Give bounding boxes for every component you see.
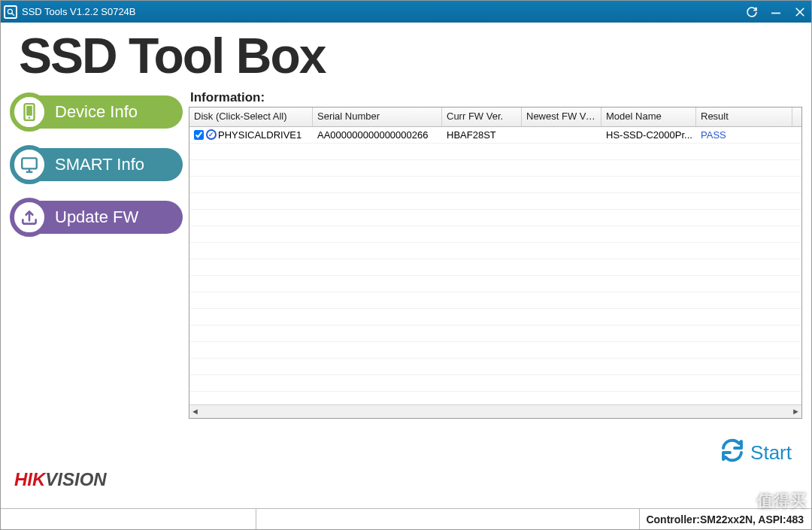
close-icon[interactable]	[793, 5, 807, 19]
table-row	[189, 309, 801, 326]
scroll-right-icon[interactable]: ►	[792, 407, 800, 416]
refresh-icon[interactable]	[745, 5, 759, 19]
nav-smart-info[interactable]: SMART Info	[10, 146, 183, 183]
start-label: Start	[750, 441, 792, 465]
table-row	[189, 359, 801, 375]
nav-device-info[interactable]: Device Info	[10, 93, 183, 131]
col-model[interactable]: Model Name	[601, 108, 696, 126]
table-row	[189, 226, 801, 243]
start-button[interactable]: Start	[719, 437, 792, 469]
main-area: Device Info SMART Info Update FW HIKVISI…	[1, 90, 811, 508]
status-bar: Controller:SM22xx2N, ASPI:483	[1, 508, 811, 529]
brand-logo: HIKVISION	[10, 469, 183, 502]
title-bar[interactable]: SSD Tools V1.2.2 S0724B	[1, 1, 811, 23]
col-serial[interactable]: Serial Number	[313, 108, 442, 126]
section-heading: Information:	[189, 90, 802, 107]
col-disk[interactable]: Disk (Click-Select All)	[189, 108, 313, 126]
minimize-icon[interactable]	[769, 5, 783, 19]
col-result[interactable]: Result	[696, 108, 792, 126]
table-row	[189, 144, 801, 160]
window-controls	[745, 5, 807, 19]
upload-icon	[10, 198, 49, 237]
table-row[interactable]: ✓PHYSICALDRIVE1AA000000000000000266HBAF2…	[189, 127, 801, 144]
app-window: SSD Tools V1.2.2 S0724B SSD Tool Box	[0, 0, 812, 530]
table-row	[189, 259, 801, 276]
status-seg-2	[256, 509, 640, 529]
app-banner: SSD Tool Box	[1, 23, 811, 90]
nav-label: Device Info	[35, 95, 183, 129]
brand-part2: VISION	[45, 469, 106, 489]
table-row	[189, 375, 801, 392]
table-row	[189, 160, 801, 177]
app-icon	[4, 5, 17, 19]
refresh-start-icon	[719, 437, 746, 469]
horizontal-scrollbar[interactable]: ◄ ►	[189, 404, 801, 418]
cell-curr-fw: HBAF28ST	[442, 129, 522, 141]
col-newest-fw[interactable]: Newest FW Ver.	[522, 108, 601, 126]
cell-model: HS-SSD-C2000Pr...	[601, 129, 696, 141]
table-row	[189, 177, 801, 193]
cell-disk: PHYSICALDRIVE1	[218, 129, 301, 141]
svg-line-1	[12, 13, 14, 15]
cell-serial: AA000000000000000266	[313, 129, 442, 141]
drive-table: Disk (Click-Select All) Serial Number Cu…	[189, 107, 802, 419]
table-header: Disk (Click-Select All) Serial Number Cu…	[189, 108, 801, 127]
sidebar: Device Info SMART Info Update FW HIKVISI…	[1, 90, 189, 508]
table-row	[189, 193, 801, 210]
row-checkbox[interactable]	[194, 130, 204, 140]
status-controller: Controller:SM22xx2N, ASPI:483	[640, 509, 811, 529]
table-row	[189, 243, 801, 259]
action-row: Start	[189, 419, 802, 472]
nav-update-fw[interactable]: Update FW	[10, 198, 183, 236]
nav-label: SMART Info	[35, 148, 183, 181]
brand-part1: HIK	[14, 469, 45, 489]
table-row	[189, 342, 801, 359]
svg-point-0	[8, 9, 12, 14]
content-panel: Information: Disk (Click-Select All) Ser…	[189, 90, 805, 508]
svg-point-7	[29, 117, 31, 119]
window-body: SSD Tool Box Device Info SMART Info	[1, 23, 811, 529]
scroll-left-icon[interactable]: ◄	[191, 407, 199, 416]
monitor-icon	[10, 145, 49, 184]
table-row	[189, 276, 801, 292]
device-icon	[10, 92, 49, 132]
verified-icon: ✓	[206, 129, 217, 140]
svg-rect-8	[22, 158, 37, 168]
table-row	[189, 392, 801, 404]
table-row	[189, 292, 801, 309]
table-body: ✓PHYSICALDRIVE1AA000000000000000266HBAF2…	[189, 127, 801, 404]
cell-result: PASS	[696, 129, 792, 141]
table-row	[189, 326, 801, 342]
status-seg-1	[1, 509, 256, 529]
nav-label: Update FW	[35, 201, 183, 234]
col-curr-fw[interactable]: Curr FW Ver.	[442, 108, 522, 126]
table-row	[189, 210, 801, 226]
window-title: SSD Tools V1.2.2 S0724B	[22, 6, 136, 17]
svg-rect-6	[26, 106, 32, 116]
